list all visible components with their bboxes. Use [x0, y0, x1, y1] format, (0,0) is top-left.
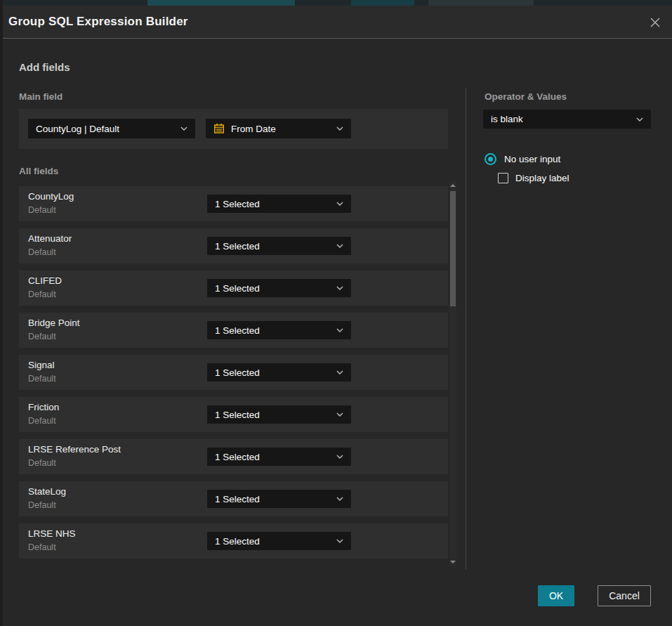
selected-count-value: 1 Selected [215, 241, 260, 252]
field-row: Signal Default 1 Selected [19, 355, 448, 390]
cancel-button[interactable]: Cancel [598, 585, 651, 606]
selected-count-value: 1 Selected [215, 494, 260, 504]
selected-count-dropdown[interactable]: 1 Selected [207, 532, 351, 550]
field-subtitle: Default [28, 542, 56, 552]
field-subtitle: Default [28, 416, 56, 426]
scrollbar-up-arrow-icon[interactable] [449, 181, 456, 190]
operator-dropdown-value: is blank [491, 114, 523, 124]
selected-count-dropdown[interactable]: 1 Selected [207, 321, 351, 339]
field-subtitle: Default [28, 205, 56, 215]
selected-count-dropdown[interactable]: 1 Selected [207, 405, 351, 424]
chevron-down-icon [336, 455, 343, 459]
no-user-input-radio[interactable]: No user input [485, 153, 560, 165]
selected-count-value: 1 Selected [215, 410, 260, 420]
field-name: StateLog [28, 486, 66, 497]
chevron-down-icon [336, 244, 343, 248]
chevron-down-icon [180, 126, 187, 131]
field-subtitle: Default [28, 289, 56, 299]
selected-count-dropdown[interactable]: 1 Selected [207, 237, 351, 255]
field-name: LRSE NHS [28, 528, 76, 539]
chevron-down-icon [336, 497, 343, 501]
background-toolbar-fragment [428, 0, 534, 6]
dialog-title: Group SQL Expression Builder [8, 6, 188, 38]
main-field-heading: Main field [19, 91, 62, 102]
selected-count-value: 1 Selected [215, 536, 260, 547]
main-field-dropdown[interactable]: From Date [206, 119, 351, 138]
title-separator [0, 38, 672, 39]
app-background-peek [0, 0, 672, 6]
background-toolbar-fragment [147, 0, 295, 6]
field-name: CountyLog [28, 191, 74, 202]
selected-count-dropdown[interactable]: 1 Selected [207, 448, 351, 466]
chevron-down-icon [636, 117, 643, 122]
all-fields-heading: All fields [19, 166, 58, 176]
field-row: CLIFED Default 1 Selected [19, 270, 448, 306]
close-icon[interactable] [647, 15, 663, 30]
selected-count-value: 1 Selected [215, 452, 260, 462]
field-subtitle: Default [28, 374, 56, 384]
ok-button[interactable]: OK [538, 585, 574, 606]
selected-count-dropdown[interactable]: 1 Selected [207, 363, 351, 382]
field-row: StateLog Default 1 Selected [19, 481, 448, 516]
list-scrollbar[interactable] [449, 181, 456, 566]
field-name: Bridge Point [28, 318, 80, 328]
field-name: Signal [28, 360, 55, 370]
selected-count-dropdown[interactable]: 1 Selected [207, 195, 351, 213]
add-fields-heading: Add fields [19, 61, 70, 73]
field-name: LRSE Reference Post [28, 444, 121, 455]
field-name: CLIFED [28, 275, 62, 286]
selected-count-value: 1 Selected [215, 367, 260, 378]
field-row: LRSE Reference Post Default 1 Selected [19, 439, 448, 474]
main-field-panel: CountyLog | Default From Date [19, 109, 448, 149]
checkbox-unchecked-icon [498, 173, 508, 183]
field-name: Friction [28, 402, 59, 412]
radio-selected-icon [485, 153, 496, 165]
background-toolbar-fragment [351, 0, 414, 6]
field-row: CountyLog Default 1 Selected [19, 186, 448, 221]
selected-count-dropdown[interactable]: 1 Selected [207, 279, 351, 297]
chevron-down-icon [336, 539, 343, 543]
chevron-down-icon [336, 370, 343, 374]
chevron-down-icon [336, 328, 343, 332]
field-subtitle: Default [28, 332, 56, 341]
selected-count-value: 1 Selected [215, 325, 260, 336]
dialog-title-bar: Group SQL Expression Builder [0, 6, 672, 38]
field-name: Attenuator [28, 233, 72, 244]
field-subtitle: Default [28, 247, 56, 257]
all-fields-list: CountyLog Default 1 Selected Attenuator … [19, 186, 448, 559]
selected-count-value: 1 Selected [215, 283, 260, 294]
panel-divider [466, 88, 466, 569]
chevron-down-icon [336, 412, 343, 417]
field-row: Attenuator Default 1 Selected [19, 228, 448, 263]
chevron-down-icon [336, 202, 343, 206]
main-field-dropdown-value: From Date [231, 124, 276, 134]
field-subtitle: Default [28, 458, 56, 468]
field-row: Friction Default 1 Selected [19, 397, 448, 432]
dialog-left-edge [0, 0, 3, 626]
selected-count-dropdown[interactable]: 1 Selected [207, 490, 351, 508]
scrollbar-down-arrow-icon[interactable] [449, 558, 456, 566]
layer-dropdown-value: CountyLog | Default [36, 124, 119, 134]
group-sql-expression-builder-dialog: Group SQL Expression Builder Add fields … [0, 0, 672, 626]
calendar-icon [213, 123, 225, 134]
scrollbar-thumb[interactable] [450, 191, 456, 306]
layer-dropdown[interactable]: CountyLog | Default [28, 119, 195, 138]
display-label-label: Display label [515, 173, 569, 183]
chevron-down-icon [336, 126, 343, 131]
field-row: Bridge Point Default 1 Selected [19, 313, 448, 348]
operator-dropdown[interactable]: is blank [483, 110, 651, 129]
field-subtitle: Default [28, 500, 56, 510]
field-row: LRSE NHS Default 1 Selected [19, 523, 448, 559]
chevron-down-icon [336, 286, 343, 290]
no-user-input-label: No user input [504, 154, 560, 164]
display-label-checkbox[interactable]: Display label [498, 173, 569, 183]
selected-count-value: 1 Selected [215, 199, 260, 209]
operator-values-heading: Operator & Values [485, 91, 567, 102]
